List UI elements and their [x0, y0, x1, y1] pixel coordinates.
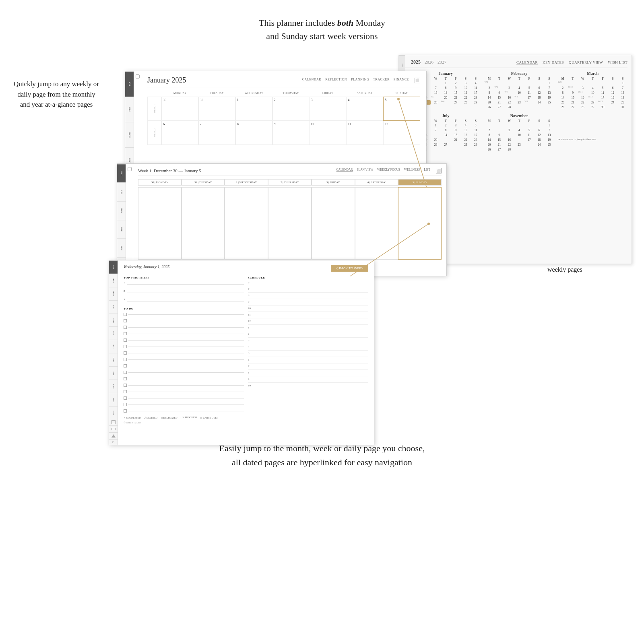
weekly-day-sun[interactable]: 5 | SUNDAY — [398, 179, 442, 186]
nav-tab-calendar[interactable]: CALENDAR — [516, 60, 538, 64]
todo-item[interactable] — [124, 351, 244, 355]
todo-item[interactable] — [124, 344, 244, 349]
weekly-tab-jan[interactable]: JAN — [117, 164, 126, 182]
weekly-tab-feb[interactable]: FEB — [117, 182, 126, 201]
daily-tab-sep[interactable]: SEP — [109, 366, 118, 380]
daily-tab-aug[interactable]: AUG — [109, 353, 118, 366]
daily-tab-jan[interactable]: JAN — [109, 260, 118, 274]
monthly-day-cell-sunday[interactable]: 5 — [383, 97, 420, 121]
weekly-nav-wellness[interactable]: WELLNESS — [404, 168, 420, 173]
monthly-day-cell[interactable]: 4 — [346, 97, 383, 121]
todo-item[interactable] — [124, 376, 244, 381]
monthly-day-cell[interactable]: 2 — [272, 97, 310, 121]
monthly-week-2: WEEK 2 6 7 8 9 10 11 12 — [147, 121, 420, 145]
priority-1: 1 — [124, 281, 244, 286]
monthly-tab-feb[interactable]: FEB — [125, 97, 134, 122]
main-area: Quickly jump to any weekly or daily page… — [0, 51, 644, 421]
daily-tab-apr[interactable]: APR — [109, 300, 118, 314]
todo-item[interactable] — [124, 312, 244, 316]
legend-deleted: ✗ DELETED — [144, 416, 158, 419]
monthly-nav-tracker[interactable]: TRACKER — [373, 78, 390, 83]
daily-tab-mar[interactable]: MAR — [109, 287, 118, 300]
monthly-day-cell[interactable]: 9 — [272, 121, 310, 145]
year-2027[interactable]: 2027 — [438, 60, 446, 64]
legend-carry-over: ▷ CARRY OVER — [200, 416, 218, 419]
year-2025[interactable]: 2025 — [411, 59, 421, 65]
weekly-day-fri[interactable]: 3 | FRIDAY — [312, 179, 355, 186]
nav-tab-key-dates[interactable]: KEY DATES — [543, 60, 564, 64]
weekly-content: Week 1: December 30 — January 5 CALENDAR… — [133, 164, 446, 276]
monthly-tab-mar[interactable]: MAR — [125, 122, 134, 147]
daily-tab-jun[interactable]: JUN — [109, 326, 118, 340]
monthly-day-cell[interactable]: 12 — [383, 121, 420, 145]
page-link-icon[interactable]: ⬜ — [415, 78, 420, 83]
top-text-line2: Monday — [353, 18, 385, 28]
weekly-nav-calendar[interactable]: CALENDAR — [336, 168, 353, 173]
to-do-title: TO DO — [124, 307, 244, 310]
monthly-nav-reflection[interactable]: REFLECTION — [325, 78, 347, 83]
monthly-day-cell[interactable]: 1 — [235, 97, 272, 121]
monthly-tab-jan[interactable]: JAN — [125, 71, 134, 97]
monthly-day-cell[interactable]: 31 — [198, 97, 235, 121]
monthly-nav-finance[interactable]: FINANCE — [394, 78, 409, 83]
year-2026[interactable]: 2026 — [425, 60, 433, 64]
daily-right-col: SCHEDULE 678910111212345678910 — [248, 276, 368, 424]
schedule-list: 678910111212345678910 — [248, 281, 368, 389]
daily-tab-jul[interactable]: JUL — [109, 340, 118, 353]
weekly-col-mon — [138, 187, 182, 260]
weekly-tab-may[interactable]: MAY — [117, 238, 126, 257]
weekly-page: JAN FEB MAR APR MAY JUN Week 1: December… — [117, 163, 447, 276]
weekly-nav-list[interactable]: LIST — [424, 168, 430, 173]
weekly-page-icon[interactable]: ⬜ — [436, 168, 442, 173]
todo-item[interactable] — [124, 357, 244, 361]
weekly-tab-apr[interactable]: APR — [117, 220, 126, 238]
daily-tab-dec[interactable]: DEC — [109, 406, 118, 419]
priority-3: 3 — [124, 298, 244, 303]
todo-item[interactable] — [124, 331, 244, 336]
schedule-time-item: 6 — [248, 281, 368, 284]
back-to-week-button[interactable]: ◁ BACK TO WEEK — [331, 265, 368, 272]
weekly-day-mon[interactable]: 30 | MONDAY — [138, 179, 182, 186]
todo-item[interactable] — [124, 325, 244, 329]
todo-item[interactable] — [124, 396, 244, 400]
weekly-tab-mar[interactable]: MAR — [117, 201, 126, 220]
daily-side-tabs: JAN FEB MAR APR MAY JUN JUL AUG SEP OCT … — [109, 260, 118, 445]
monthly-day-cell[interactable]: 7 — [198, 121, 235, 145]
weekly-title: Week 1: December 30 — January 5 — [138, 168, 201, 173]
monthly-nav-planning[interactable]: PLANNING — [351, 78, 369, 83]
legend-in-progress: · IN PROGRESS — [181, 416, 197, 419]
weekly-day-tue[interactable]: 31 | TUESDAY — [182, 179, 225, 186]
daily-tab-may[interactable]: MAY — [109, 314, 118, 327]
monthly-day-cell[interactable]: 11 — [346, 121, 383, 145]
schedule-time-item: 1 — [248, 326, 368, 329]
todo-item[interactable] — [124, 409, 244, 413]
monthly-day-cell[interactable]: 30 — [161, 97, 198, 121]
weekly-day-wed[interactable]: 1 | WEDNESDAY — [225, 179, 268, 186]
todo-item[interactable] — [124, 338, 244, 342]
calendar-icon — [136, 74, 140, 78]
todo-item[interactable] — [124, 363, 244, 368]
top-text-bold-italic: both — [337, 18, 353, 28]
daily-tab-nov[interactable]: NOV — [109, 393, 118, 406]
weekly-day-sat[interactable]: 4 | SATURDAY — [355, 179, 398, 186]
todo-item[interactable] — [124, 370, 244, 374]
weekly-nav-plan[interactable]: PLAN VIEW — [357, 168, 373, 173]
todo-item[interactable] — [124, 389, 244, 394]
top-priorities-title: TOP PRIORITIES — [124, 276, 244, 279]
nav-tab-quarterly[interactable]: QUARTERLY VIEW — [569, 60, 603, 64]
weekly-day-thu[interactable]: 2 | THURSDAY — [268, 179, 312, 186]
nav-tab-wishlist[interactable]: WISH LIST — [608, 60, 627, 64]
daily-tab-oct[interactable]: OCT — [109, 380, 118, 393]
daily-tab-feb[interactable]: FEB — [109, 274, 118, 287]
monthly-day-cell[interactable]: 10 — [309, 121, 346, 145]
todo-item[interactable] — [124, 318, 244, 323]
mini-month-february: February MTWTFSS W512 W63456789 W7101112… — [485, 71, 554, 109]
monthly-day-cell[interactable]: 3 — [309, 97, 346, 121]
monthly-day-cell[interactable]: 6 — [161, 121, 198, 145]
monthly-nav-calendar[interactable]: CALENDAR — [302, 78, 322, 83]
todo-item[interactable] — [124, 383, 244, 387]
daily-icon-1 — [111, 420, 116, 424]
todo-item[interactable] — [124, 402, 244, 407]
weekly-nav-focus[interactable]: WEEKLY FOCUS — [377, 168, 400, 173]
monthly-day-cell[interactable]: 8 — [235, 121, 272, 145]
